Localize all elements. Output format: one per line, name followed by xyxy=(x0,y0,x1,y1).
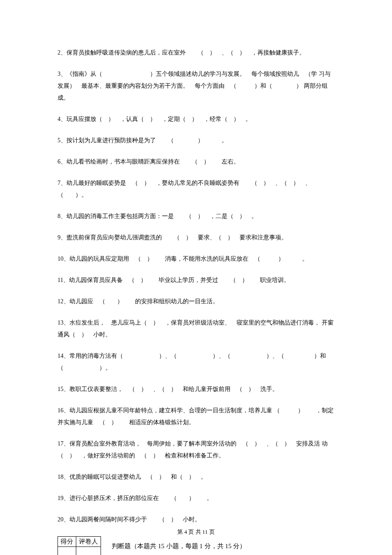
question-text: 8、幼儿园的消毒工作主要包括两方面：一是 （ ） ，二是（ ） 。 xyxy=(58,213,257,219)
score-value-cell xyxy=(58,547,76,555)
question-5: 5、按计划为儿童进行预防接种是为了 （ ） 。 xyxy=(58,135,334,147)
score-table: 得分 评卷人 xyxy=(58,536,101,555)
question-17: 17、保育员配合室外教育活动， 每周伊始，要了解本周室外活动的 （ ） 、（ ）… xyxy=(58,438,334,462)
question-6: 6、幼儿看书绘画时，书本与眼睛距离应保持在 （ ） 左右。 xyxy=(58,156,334,168)
question-4: 4、玩具应摆放（ ） ，认真（ ） ，定期（ ） ，经常（ ） 。 xyxy=(58,113,334,125)
question-text-line1: 3、《指南》从（ ）五个领域描述幼儿的学习与发展。 每个领域按照幼儿 （学 xyxy=(58,71,317,77)
question-7: 7、幼儿最好的睡眠姿势是 （ ） ，婴幼儿常见的不良睡眠姿势有 （ ） 、（ ）… xyxy=(58,177,334,201)
table-row xyxy=(58,547,101,555)
question-text: 15、教职工仪表要整洁， （ ） 、（ ） 和给儿童开饭前用 （ ） 洗手。 xyxy=(58,386,278,392)
question-text: 9、盥洗前保育员应向婴幼儿强调盥洗的 （ ） 要求、（ ） 要求和注意事项。 xyxy=(58,234,287,241)
question-text: 18、优质的睡眠可以促进婴幼儿 （ ） 和（ ） 。 xyxy=(58,474,207,480)
question-19: 19、进行心脏挤压术，挤压的部位应在 （ ） 。 xyxy=(58,492,334,504)
question-15: 15、教职工仪表要整洁， （ ） 、（ ） 和给儿童开饭前用 （ ） 洗手。 xyxy=(58,383,334,395)
question-text: 2、保育员接触呼吸道传染病的患儿后，应在室外 （ ） 、（ ） ，再接触健康孩子… xyxy=(58,49,305,56)
question-12: 12、幼儿园应 （ ） 的安排和组织幼儿的一日生活。 xyxy=(58,296,334,308)
question-20: 20、幼儿园两餐间隔时间不得少于 （ ） 小时。 xyxy=(58,514,334,526)
question-16: 16、幼儿园应根据儿童不同年龄特点，建立科学、合理的一日生活制度，培养儿童 （ … xyxy=(58,405,334,428)
question-text-line1: 17、保育员配合室外教育活动， 每周伊始，要了解本周室外活动的 （ ） 、（ ）… xyxy=(58,440,320,447)
question-text-line1: 14、常用的消毒方法有（ ）、（ ）、（ ）、（ ）和 xyxy=(58,353,326,359)
question-text: 20、幼儿园两餐间隔时间不得少于 （ ） 小时。 xyxy=(58,516,201,523)
question-9: 9、盥洗前保育员应向婴幼儿强调盥洗的 （ ） 要求、（ ） 要求和注意事项。 xyxy=(58,232,334,244)
question-text: 4、玩具应摆放（ ） ，认真（ ） ，定期（ ） ，经常（ ） 。 xyxy=(58,116,251,122)
question-text: 19、进行心脏挤压术，挤压的部位应在 （ ） 。 xyxy=(58,495,213,501)
grader-value-cell xyxy=(76,547,101,555)
section-header: 得分 评卷人 判断题（本题共 15 小题，每题 1 分，共 15 分） xyxy=(58,536,334,555)
question-text: 6、幼儿看书绘画时，书本与眼睛距离应保持在 （ ） 左右。 xyxy=(58,158,239,165)
question-13: 13、水痘发生后， 患儿应马上（ ） ，保育员对班级活动室、 寝室里的空气和物品… xyxy=(58,317,334,341)
page-footer: 第 4 页 共 11 页 xyxy=(0,528,392,536)
score-header-cell: 得分 xyxy=(58,537,76,547)
question-text: 5、按计划为儿童进行预防接种是为了 （ ） 。 xyxy=(58,137,228,144)
table-row: 得分 评卷人 xyxy=(58,537,101,547)
section-title: 判断题（本题共 15 小题，每题 1 分，共 15 分） xyxy=(112,542,246,550)
question-text: 7、幼儿最好的睡眠姿势是 （ ） ，婴幼儿常见的不良睡眠姿势有 （ ） 、（ ）… xyxy=(58,180,311,198)
question-11: 11、幼儿园保育员应具备 （ ） 毕业以上学历，并受过 （ ） 职业培训。 xyxy=(58,274,334,286)
question-text: 11、幼儿园保育员应具备 （ ） 毕业以上学历，并受过 （ ） 职业培训。 xyxy=(58,277,290,283)
question-text: 10、幼儿园的玩具应定期用 （ ） 消毒，不能用水洗的玩具应放在 （ ） 。 xyxy=(58,256,308,262)
question-8: 8、幼儿园的消毒工作主要包括两方面：一是 （ ） ，二是（ ） 。 xyxy=(58,210,334,222)
grader-header-cell: 评卷人 xyxy=(76,537,101,547)
question-2: 2、保育员接触呼吸道传染病的患儿后，应在室外 （ ） 、（ ） ，再接触健康孩子… xyxy=(58,47,334,59)
question-text-line1: 13、水痘发生后， 患儿应马上（ ） ，保育员对班级活动室、 寝室里的空气和物品… xyxy=(58,319,320,326)
question-text-line2: （ ）。 xyxy=(58,365,111,371)
question-text-line1: 16、幼儿园应根据儿童不同年龄特点，建立科学、合理的一日生活制度，培养儿童 xyxy=(58,407,272,414)
question-14: 14、常用的消毒方法有（ ）、（ ）、（ ）、（ ）和 （ ）。 xyxy=(58,350,334,374)
question-text: 12、幼儿园应 （ ） 的安排和组织幼儿的一日生活。 xyxy=(58,298,219,305)
question-10: 10、幼儿园的玩具应定期用 （ ） 消毒，不能用水洗的玩具应放在 （ ） 。 xyxy=(58,253,334,265)
question-18: 18、优质的睡眠可以促进婴幼儿 （ ） 和（ ） 。 xyxy=(58,471,334,483)
question-3: 3、《指南》从（ ）五个领域描述幼儿的学习与发展。 每个领域按照幼儿 （学 习与… xyxy=(58,68,334,104)
